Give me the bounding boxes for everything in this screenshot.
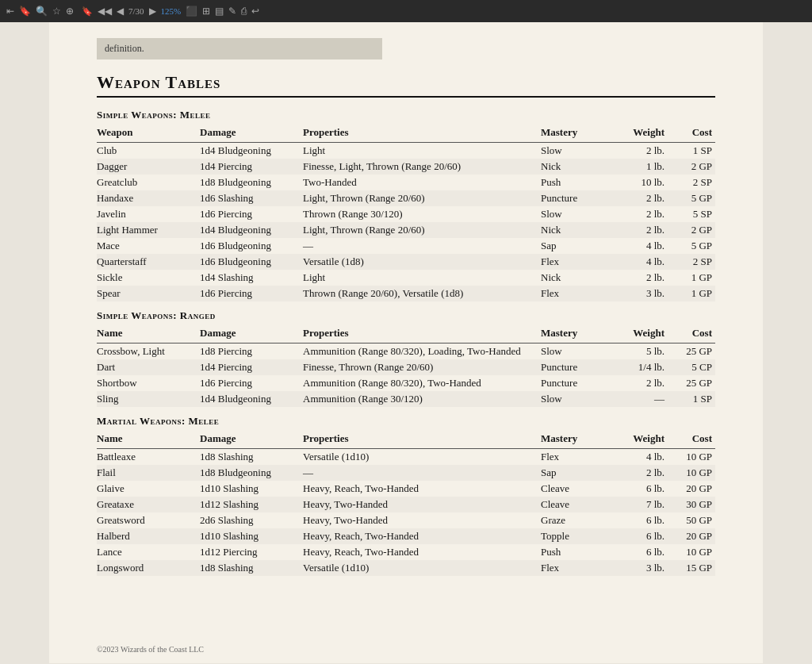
table-row: Flail1d8 Bludgeoning—Sap2 lb.10 GP — [97, 465, 715, 481]
table-cell: Push — [541, 175, 612, 190]
toolbar-icon-prev2[interactable]: ◀◀ — [98, 6, 112, 17]
section-header-simple-ranged: Simple Weapons: Ranged — [97, 309, 715, 322]
table-cell: 1d4 Piercing — [200, 359, 303, 375]
table-cell: 1 lb. — [612, 159, 668, 175]
table-cell: Shortbow — [97, 375, 200, 391]
toolbar-icon-zoom-indicator: 125% — [161, 6, 182, 16]
col-header-cost-ranged: Cost — [668, 325, 715, 344]
table-cell: Dart — [97, 359, 200, 375]
table-cell: 3 lb. — [612, 286, 668, 301]
table-cell: 1d10 Slashing — [200, 481, 303, 497]
table-cell: 6 lb. — [612, 512, 668, 528]
table-cell: Slow — [541, 143, 612, 159]
col-header-damage-martial: Damage — [200, 431, 303, 449]
table-cell: 2 lb. — [612, 222, 668, 238]
col-header-mastery-martial: Mastery — [541, 431, 612, 449]
table-row: Glaive1d10 SlashingHeavy, Reach, Two-Han… — [97, 481, 715, 497]
table-cell: 5 GP — [668, 238, 715, 254]
table-cell: 1d4 Slashing — [200, 270, 303, 286]
toolbar-icon-star[interactable]: ☆ — [52, 6, 61, 17]
table-cell: Finesse, Thrown (Range 20/60) — [303, 359, 541, 375]
section-header-simple-melee: Simple Weapons: Melee — [97, 109, 715, 121]
table-cell: Quarterstaff — [97, 254, 200, 270]
table-cell: Heavy, Reach, Two-Handed — [303, 544, 541, 560]
toolbar-icon-next[interactable]: ▶ — [149, 6, 156, 17]
col-header-name-ranged: Name — [97, 325, 200, 344]
table-cell: Slow — [541, 391, 612, 407]
table-cell: 1d8 Slashing — [200, 560, 303, 576]
table-cell: 25 GP — [668, 375, 715, 391]
toolbar-icon-bookmark[interactable]: 🔖 — [19, 6, 31, 17]
table-cell: 2 lb. — [612, 143, 668, 159]
table-cell: Puncture — [541, 190, 612, 206]
table-cell: Dagger — [97, 159, 200, 175]
table-cell: 2d6 Slashing — [200, 512, 303, 528]
table-cell: 1d8 Slashing — [200, 449, 303, 466]
table-row: Light Hammer1d4 BludgeoningLight, Thrown… — [97, 222, 715, 238]
table-cell: Longsword — [97, 560, 200, 576]
table-cell: 6 lb. — [612, 481, 668, 497]
table-cell: 1 GP — [668, 286, 715, 301]
table-cell: Nick — [541, 159, 612, 175]
table-cell: 1d12 Slashing — [200, 497, 303, 512]
table-cell: Halberd — [97, 528, 200, 544]
table-cell: Lance — [97, 544, 200, 560]
table-cell: 1 GP — [668, 270, 715, 286]
table-cell: 1 SP — [668, 143, 715, 159]
table-cell: 5 CP — [668, 359, 715, 375]
table-cell: 1d8 Bludgeoning — [200, 175, 303, 190]
table-cell: 1d4 Bludgeoning — [200, 143, 303, 159]
col-header-weapon: Weapon — [97, 125, 200, 143]
table-cell: Nick — [541, 270, 612, 286]
toolbar-icon-a2[interactable]: ⊞ — [202, 6, 210, 17]
table-cell: 1d12 Piercing — [200, 544, 303, 560]
col-header-properties-ranged: Properties — [303, 325, 541, 344]
table-cell: 1d6 Piercing — [200, 206, 303, 222]
table-simple-melee: Weapon Damage Properties Mastery Weight … — [97, 125, 715, 301]
toolbar-icon-search[interactable]: 🔍 — [36, 6, 48, 17]
table-cell: 1 SP — [668, 391, 715, 407]
table-cell: 6 lb. — [612, 544, 668, 560]
table-cell: Ammunition (Range 80/320), Two-Handed — [303, 375, 541, 391]
toolbar-icon-bookmark2[interactable]: 🔖 — [82, 6, 93, 17]
table-cell: Flex — [541, 560, 612, 576]
toolbar-icon-a1[interactable]: ⬛ — [186, 6, 197, 17]
toolbar-icon-a4[interactable]: ✎ — [228, 6, 236, 17]
table-cell: 1d8 Bludgeoning — [200, 465, 303, 481]
table-cell: Flex — [541, 449, 612, 466]
table-cell: Puncture — [541, 375, 612, 391]
table-cell: Sling — [97, 391, 200, 407]
table-row: Dart1d4 PiercingFinesse, Thrown (Range 2… — [97, 359, 715, 375]
col-header-properties-martial: Properties — [303, 431, 541, 449]
toolbar-icon-prev[interactable]: ◀ — [117, 6, 124, 17]
toolbar-icon-a6[interactable]: ↩ — [251, 6, 259, 17]
table-cell: Greatclub — [97, 175, 200, 190]
table-cell: 30 GP — [668, 497, 715, 512]
table-cell: Light — [303, 270, 541, 286]
table-cell: 4 lb. — [612, 449, 668, 466]
table-row: Greatclub1d8 BludgeoningTwo-HandedPush10… — [97, 175, 715, 190]
table-cell: 1d6 Piercing — [200, 375, 303, 391]
table-cell: 2 GP — [668, 222, 715, 238]
table-cell: 4 lb. — [612, 254, 668, 270]
table-cell: 10 GP — [668, 544, 715, 560]
table-cell: 2 lb. — [612, 375, 668, 391]
table-row: Spear1d6 PiercingThrown (Range 20/60), V… — [97, 286, 715, 301]
table-cell: 7 lb. — [612, 497, 668, 512]
toolbar-icon-a3[interactable]: ▤ — [215, 6, 224, 17]
table-row: Sling1d4 BludgeoningAmmunition (Range 30… — [97, 391, 715, 407]
toolbar: ⇤ 🔖 🔍 ☆ ⊕ 🔖 ◀◀ ◀ 7/30 ▶ 125% ⬛ ⊞ ▤ ✎ ⎙ ↩ — [0, 0, 812, 22]
table-cell: 2 GP — [668, 159, 715, 175]
table-cell: Spear — [97, 286, 200, 301]
col-header-weight-martial: Weight — [612, 431, 668, 449]
toolbar-icon-share[interactable]: ⊕ — [66, 6, 74, 17]
toolbar-icon-home[interactable]: ⇤ — [6, 6, 14, 17]
table-cell: Versatile (1d10) — [303, 560, 541, 576]
table-row: Longsword1d8 SlashingVersatile (1d10)Fle… — [97, 560, 715, 576]
table-cell: Ammunition (Range 30/120) — [303, 391, 541, 407]
toolbar-icon-a5[interactable]: ⎙ — [241, 6, 247, 17]
table-martial-melee: Name Damage Properties Mastery Weight Co… — [97, 431, 715, 576]
table-cell: 4 lb. — [612, 238, 668, 254]
table-cell: Mace — [97, 238, 200, 254]
table-cell: 1d6 Slashing — [200, 190, 303, 206]
